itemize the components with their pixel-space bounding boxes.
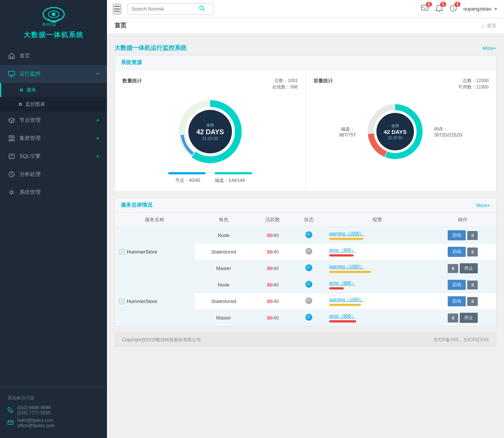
stop-button[interactable]: 停止 <box>460 313 478 323</box>
pause-button[interactable]: ⏸ <box>467 231 478 240</box>
ops-buttons: 启动⏸ <box>434 247 492 257</box>
pause-button[interactable]: ⏸ <box>467 280 478 290</box>
header: ☰ 8 5 4 <box>107 0 504 18</box>
analysis-icon <box>8 170 16 178</box>
menu-toggle-button[interactable]: ☰ <box>113 4 121 14</box>
service-group-label: ✓HummerStore <box>119 249 190 255</box>
node-toggle: + <box>96 117 99 124</box>
col-role: 角色 <box>195 213 253 227</box>
status-indicator <box>305 297 312 304</box>
phone1: (010) 8888-9999 <box>17 405 51 410</box>
notifications-badge[interactable]: 4 <box>449 4 457 14</box>
footer: Copyright@2015银信科技股份有限公司 京ICP备XXX，京ICP证X… <box>114 333 496 347</box>
sidebar-item-label-cluster: 集群管理 <box>20 135 96 142</box>
group-checkbox[interactable]: ✓ <box>119 249 125 255</box>
role-cell: Master <box>195 310 253 326</box>
warning-bar-container: warning（1000） <box>329 297 425 306</box>
capacity-available: 可用数：11900 <box>458 84 489 90</box>
role-cell: Statestored <box>195 293 253 310</box>
role-cell: Statestored <box>195 244 253 260</box>
ops-cell: 启动⏸ <box>430 277 496 293</box>
start-button[interactable]: 启动 <box>448 280 466 290</box>
system-resource-title: 系统资源 <box>121 59 142 66</box>
sidebar-item-system[interactable]: 系统管理 <box>0 183 107 201</box>
warning-link[interactable]: warning（1000） <box>329 231 364 237</box>
start-button[interactable]: 启动 <box>448 247 466 257</box>
system-title: 大数据一体机系统 <box>24 30 84 39</box>
warning-bar-bg <box>329 238 378 240</box>
node-label: 节点：40/40 <box>175 177 200 184</box>
quantity-stats: 总数：1001 在线数：998 <box>272 78 298 90</box>
search-button[interactable] <box>199 5 205 13</box>
pause-button[interactable]: ⏸ <box>467 248 478 256</box>
warning-bar-bg <box>329 287 378 290</box>
ops-cell: ⏸停止 <box>430 260 496 277</box>
warning-link[interactable]: error（999） <box>329 247 355 254</box>
group-name: HummerStore <box>127 249 157 255</box>
alerts-count: 5 <box>440 2 446 7</box>
active-count-cell: 30/40 <box>253 227 293 244</box>
status-indicator <box>305 314 312 321</box>
breadcrumb-current: 首页 <box>114 22 126 30</box>
start-button[interactable]: 启动 <box>448 296 466 306</box>
svg-text:使用: 使用 <box>391 124 399 128</box>
ops-buttons: ⏸停止 <box>434 313 492 323</box>
ops-cell: 启动⏸ <box>430 227 496 244</box>
phone-numbers: (010) 8888-9999 (010) 7777-5555 <box>17 405 51 416</box>
sql-icon <box>8 152 16 160</box>
active-num: 30 <box>266 298 272 304</box>
sidebar-item-cluster[interactable]: 集群管理 + <box>0 129 107 147</box>
warning-link[interactable]: error（999） <box>329 313 355 320</box>
pause-button[interactable]: ⏸ <box>448 264 458 273</box>
capacity-content: 磁盘： 86T/75T 使用 42 DAYS <box>339 98 462 165</box>
disk-progress <box>215 172 252 174</box>
table-row: ✓HummerStoreNode30/40warning（1000）启动⏸ <box>115 227 496 244</box>
node-icon <box>8 116 16 124</box>
active-num: 30 <box>266 249 272 255</box>
ops-buttons: 启动⏸ <box>434 296 492 306</box>
main-content: ☰ 8 5 4 <box>107 0 504 438</box>
user-info[interactable]: ouyangzetao ▼ <box>463 6 498 12</box>
active-total: /40 <box>272 232 279 238</box>
system-resource-section: 系统资源 数量统计 总数：1001 在线数：998 <box>114 55 496 192</box>
stop-button[interactable]: 停止 <box>460 263 478 273</box>
system-icon <box>8 188 16 196</box>
user-dropdown-arrow: ▼ <box>493 6 498 12</box>
warning-link[interactable]: error（999） <box>329 280 355 286</box>
alerts-badge[interactable]: 5 <box>435 4 443 14</box>
svg-rect-6 <box>9 136 11 138</box>
cluster-icon <box>8 134 16 142</box>
search-box <box>127 3 214 15</box>
messages-badge[interactable]: 8 <box>421 4 429 14</box>
warning-link[interactable]: warning（1000） <box>329 297 364 303</box>
warning-bar-fill <box>329 320 356 322</box>
page-more-button[interactable]: More+ <box>483 45 496 51</box>
start-button[interactable]: 启动 <box>448 230 466 240</box>
pause-button[interactable]: ⏸ <box>448 314 458 322</box>
service-more-button[interactable]: More+ <box>476 202 490 208</box>
warning-bar-bg <box>329 304 378 306</box>
sidebar-item-analysis[interactable]: 分析处理 <box>0 165 107 183</box>
dot-services <box>20 88 23 92</box>
pause-button[interactable]: ⏸ <box>467 297 478 306</box>
sidebar-item-label-monitor-chart: 监控图表 <box>26 101 45 108</box>
sidebar-item-sql[interactable]: SQL引擎 + <box>0 147 107 165</box>
sidebar-item-node[interactable]: 节点管理 + <box>0 111 107 129</box>
sidebar-item-label-home: 首页 <box>20 52 99 59</box>
system-resource-header: 系统资源 <box>115 56 496 70</box>
sidebar-item-services[interactable]: 服务 <box>0 83 107 97</box>
warning-link[interactable]: warning（1000） <box>329 264 364 270</box>
search-input[interactable] <box>131 6 199 12</box>
sidebar-item-monitor[interactable]: 运行监控 − <box>0 65 107 83</box>
sidebar-item-monitor-chart[interactable]: 监控图表 <box>0 97 107 111</box>
group-checkbox[interactable]: ✓ <box>119 299 125 304</box>
col-status: 状态 <box>293 213 325 227</box>
status-indicator <box>305 248 312 255</box>
role-cell: Node <box>195 227 253 244</box>
sidebar-item-home[interactable]: 首页 <box>0 47 107 65</box>
breadcrumb-home-icon: ⌂ <box>481 23 484 29</box>
sidebar-item-label-sql: SQL引擎 <box>20 153 96 160</box>
table-header-row: 服务名称 角色 活跃数 状态 报警 操作 <box>115 213 496 227</box>
svg-text:42 DAYS: 42 DAYS <box>196 128 224 136</box>
warning-bar-container: error（999） <box>329 313 425 322</box>
